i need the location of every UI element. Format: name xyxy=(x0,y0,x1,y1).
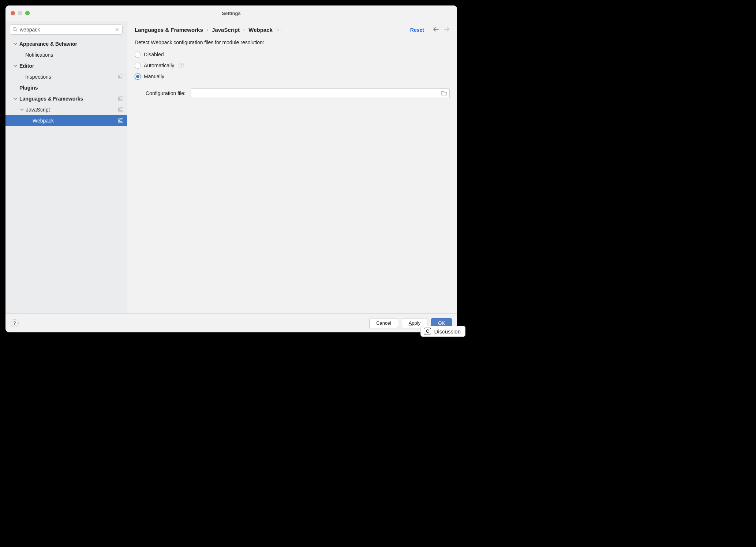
discussion-icon: C xyxy=(424,328,431,335)
tree-item-appearance-behavior[interactable]: Appearance & Behavior xyxy=(5,38,127,49)
traffic-lights xyxy=(11,11,30,15)
config-file-row: Configuration file: xyxy=(135,88,450,98)
project-badge-icon xyxy=(118,118,123,123)
dialog-body: ✕ Appearance & Behavior Notifications Ed… xyxy=(5,21,457,313)
zoom-window-button[interactable] xyxy=(25,11,30,15)
tree-item-languages-frameworks[interactable]: Languages & Frameworks xyxy=(5,93,127,104)
search-field[interactable]: ✕ xyxy=(10,24,123,35)
breadcrumb: Languages & Frameworks › JavaScript › We… xyxy=(135,27,282,33)
settings-window: Settings ✕ Appearance & Behavior xyxy=(5,5,457,332)
forward-button xyxy=(444,27,450,33)
chevron-down-icon xyxy=(19,107,25,112)
search-container: ✕ xyxy=(5,21,127,38)
radio-manually[interactable]: Manually xyxy=(135,71,450,82)
tree-item-label: Plugins xyxy=(19,85,123,91)
radio-label: Disabled xyxy=(144,52,164,57)
tree-item-inspections[interactable]: Inspections xyxy=(5,71,127,82)
discussion-label: Discussion xyxy=(434,328,461,335)
webpack-settings-panel: Detect Webpack configuration files for m… xyxy=(127,33,457,98)
tree-item-label: JavaScript xyxy=(26,107,118,113)
project-badge-icon xyxy=(118,107,123,112)
cancel-button-label: Cancel xyxy=(376,320,391,326)
help-icon[interactable]: ? xyxy=(179,63,184,68)
tree-item-javascript[interactable]: JavaScript xyxy=(5,104,127,115)
config-file-label: Configuration file: xyxy=(146,90,186,96)
ok-button-label: OK xyxy=(438,320,445,326)
config-file-input[interactable] xyxy=(193,91,441,96)
window-title: Settings xyxy=(5,11,457,16)
tree-item-label: Notifications xyxy=(25,52,123,58)
radio-label: Manually xyxy=(144,73,164,79)
tree-item-notifications[interactable]: Notifications xyxy=(5,49,127,60)
settings-sidebar: ✕ Appearance & Behavior Notifications Ed… xyxy=(5,21,127,313)
chevron-down-icon xyxy=(13,96,18,101)
settings-content: Languages & Frameworks › JavaScript › We… xyxy=(127,21,457,313)
cancel-button[interactable]: Cancel xyxy=(369,318,398,328)
tree-item-label: Appearance & Behavior xyxy=(19,41,123,47)
radio-icon xyxy=(135,73,141,80)
dialog-footer: ? Cancel Apply OK xyxy=(5,313,457,332)
project-badge-icon xyxy=(277,28,282,32)
settings-tree[interactable]: Appearance & Behavior Notifications Edit… xyxy=(5,38,127,313)
tree-item-label: Languages & Frameworks xyxy=(19,96,118,102)
radio-icon xyxy=(135,52,141,58)
minimize-window-button[interactable] xyxy=(18,11,22,15)
tree-item-plugins[interactable]: Plugins xyxy=(5,82,127,93)
config-file-field[interactable] xyxy=(191,88,450,98)
tree-item-label: Editor xyxy=(19,63,123,69)
breadcrumb-item[interactable]: Languages & Frameworks xyxy=(135,27,203,33)
back-button[interactable] xyxy=(433,27,439,33)
radio-label: Automatically xyxy=(144,63,174,68)
chevron-down-icon xyxy=(13,63,18,68)
close-window-button[interactable] xyxy=(11,11,15,15)
radio-disabled[interactable]: Disabled xyxy=(135,49,450,60)
tree-item-label: Inspections xyxy=(25,74,118,80)
tree-item-label: Webpack xyxy=(33,118,118,124)
search-icon xyxy=(12,27,18,33)
radio-automatically[interactable]: Automatically ? xyxy=(135,60,450,71)
project-badge-icon xyxy=(118,97,123,101)
browse-icon[interactable] xyxy=(441,90,448,97)
breadcrumb-item-current: Webpack xyxy=(248,27,273,33)
discussion-overlay[interactable]: C Discussion xyxy=(420,326,465,337)
detect-label: Detect Webpack configuration files for m… xyxy=(135,39,450,45)
tree-item-editor[interactable]: Editor xyxy=(5,60,127,71)
tree-item-webpack[interactable]: Webpack xyxy=(5,115,127,126)
chevron-right-icon: › xyxy=(243,27,245,33)
nav-arrows xyxy=(433,27,450,33)
chevron-right-icon: › xyxy=(207,27,208,33)
content-header: Languages & Frameworks › JavaScript › We… xyxy=(127,21,457,33)
chevron-down-icon xyxy=(13,41,18,46)
search-input[interactable] xyxy=(18,27,114,33)
project-badge-icon xyxy=(118,75,123,79)
titlebar: Settings xyxy=(5,5,457,21)
breadcrumb-item[interactable]: JavaScript xyxy=(212,27,240,33)
help-button[interactable]: ? xyxy=(11,319,19,327)
apply-button-label: Apply xyxy=(409,320,421,326)
radio-icon xyxy=(135,63,141,69)
clear-search-icon[interactable]: ✕ xyxy=(114,27,120,33)
svg-line-1 xyxy=(16,30,17,31)
reset-link[interactable]: Reset xyxy=(410,27,424,33)
